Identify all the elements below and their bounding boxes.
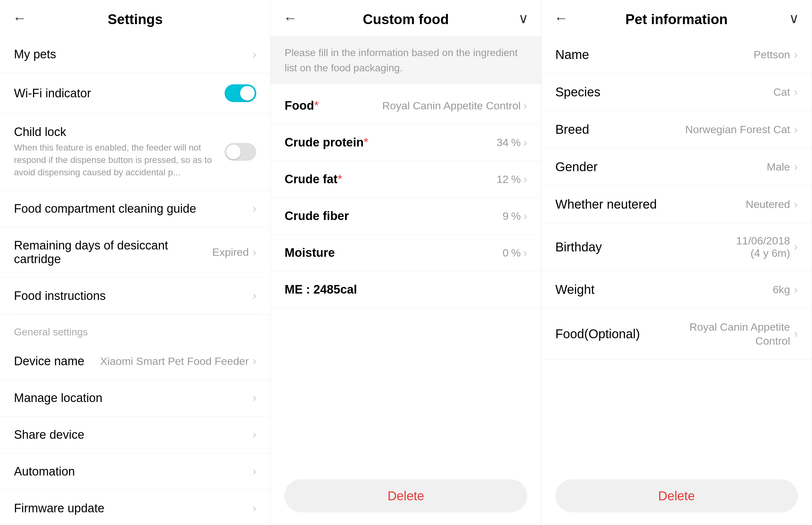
settings-item-device-name[interactable]: Device name Xiaomi Smart Pet Food Feeder… (0, 343, 270, 380)
custom-food-panel: ← Custom food ∨ Please fill in the infor… (270, 0, 541, 525)
desiccant-chevron: › (252, 246, 256, 259)
pet-neutered-value: Neutered (746, 198, 790, 210)
settings-item-wifi[interactable]: Wi-Fi indicator (0, 73, 270, 114)
child-lock-toggle[interactable] (224, 143, 256, 161)
manage-location-chevron: › (252, 391, 256, 405)
settings-panel: ← Settings My pets › Wi-Fi indicator (0, 0, 270, 525)
food-cleaning-label: Food compartment cleaning guide (14, 202, 252, 215)
pet-name-chevron: › (794, 48, 798, 61)
pet-food-optional-chevron: › (794, 327, 798, 341)
moisture-unit: % (511, 247, 520, 259)
pet-species-label: Species (556, 85, 601, 99)
my-pets-label: My pets (14, 47, 252, 61)
pet-info-header: ← Pet information ∨ (542, 0, 812, 36)
settings-item-my-pets[interactable]: My pets › (0, 36, 270, 73)
me-row: ME : 2485cal (270, 271, 541, 308)
pet-item-food-optional[interactable]: Food(Optional) Royal Canin Appetite Cont… (542, 309, 812, 360)
custom-food-banner: Please fill in the information based on … (270, 36, 541, 84)
crude-fat-unit: % (511, 173, 520, 185)
food-name-chevron: › (523, 99, 527, 112)
settings-content: My pets › Wi-Fi indicator Child lock Whe… (0, 36, 270, 525)
general-section-label: General settings (0, 315, 270, 343)
automation-chevron: › (252, 465, 256, 478)
pet-content: Name Pettson › Species Cat › Breed Norwe… (542, 36, 812, 467)
pet-breed-value: Norwegian Forest Cat (685, 122, 790, 136)
settings-item-food-cleaning[interactable]: Food compartment cleaning guide › (0, 191, 270, 227)
pet-item-gender[interactable]: Gender Male › (542, 148, 812, 186)
child-lock-label: Child lock (14, 125, 224, 139)
settings-item-automation[interactable]: Automation › (0, 453, 270, 490)
settings-item-food-instructions[interactable]: Food instructions › (0, 278, 270, 315)
pet-gender-label: Gender (556, 160, 597, 174)
settings-back-button[interactable]: ← (13, 10, 27, 26)
pet-item-weight[interactable]: Weight 6kg › (542, 271, 812, 309)
pet-gender-value: Male (767, 161, 790, 173)
pet-item-neutered[interactable]: Whether neutered Neutered › (542, 186, 812, 223)
food-name-value: Royal Canin Appetite Control (382, 100, 521, 112)
custom-food-delete-button[interactable]: Delete (284, 479, 527, 512)
pet-info-check-button[interactable]: ∨ (789, 10, 799, 26)
firmware-chevron: › (252, 501, 256, 515)
pet-info-delete-button[interactable]: Delete (556, 479, 798, 512)
device-name-label: Device name (14, 355, 100, 368)
food-content: Food* Royal Canin Appetite Control › Cru… (270, 88, 541, 467)
settings-header: ← Settings (0, 0, 270, 36)
pet-weight-label: Weight (556, 283, 595, 297)
settings-item-manage-location[interactable]: Manage location › (0, 380, 270, 417)
desiccant-label: Remaining days of desiccant cartridge (14, 239, 212, 266)
crude-protein-star: * (364, 136, 368, 149)
crude-fat-star: * (338, 172, 342, 186)
food-cleaning-chevron: › (252, 202, 256, 215)
child-lock-toggle-knob (226, 145, 241, 159)
food-instructions-chevron: › (252, 289, 256, 302)
pet-info-delete-container: Delete (542, 467, 812, 525)
firmware-label: Firmware update (14, 501, 252, 515)
custom-food-check-button[interactable]: ∨ (518, 10, 529, 26)
food-required-star: * (314, 99, 319, 112)
my-pets-chevron: › (252, 48, 256, 61)
pet-item-species[interactable]: Species Cat › (542, 74, 812, 111)
pet-gender-chevron: › (794, 161, 798, 174)
wifi-toggle[interactable] (224, 84, 256, 102)
child-lock-desc: When this feature is enabled, the feeder… (14, 141, 224, 179)
device-name-chevron: › (252, 355, 256, 368)
pet-info-back-button[interactable]: ← (554, 10, 568, 26)
crude-fiber-label: Crude fiber (284, 209, 349, 223)
pet-item-breed[interactable]: Breed Norwegian Forest Cat › (542, 111, 812, 148)
crude-fat-label: Crude fat* (284, 172, 342, 186)
crude-protein-chevron: › (523, 136, 527, 149)
pet-birthday-chevron: › (794, 240, 798, 254)
pet-food-optional-value: Royal Canin Appetite Control (669, 320, 790, 348)
food-item-crude-fat[interactable]: Crude fat* 12 % › (270, 161, 541, 198)
crude-fiber-value: 9 (503, 210, 509, 222)
food-name-label: Food* (284, 99, 319, 112)
automation-label: Automation (14, 465, 252, 478)
pet-species-value: Cat (773, 86, 790, 98)
pet-item-name[interactable]: Name Pettson › (542, 36, 812, 74)
settings-item-firmware[interactable]: Firmware update › (0, 490, 270, 525)
settings-title: Settings (107, 11, 163, 27)
pet-weight-value: 6kg (773, 283, 790, 296)
share-device-chevron: › (252, 428, 256, 441)
food-item-food-name[interactable]: Food* Royal Canin Appetite Control › (270, 88, 541, 124)
custom-food-title: Custom food (363, 11, 449, 27)
food-item-moisture[interactable]: Moisture 0 % › (270, 235, 541, 271)
pet-food-optional-label: Food(Optional) (556, 327, 640, 341)
settings-item-share-device[interactable]: Share device › (0, 417, 270, 453)
crude-fat-chevron: › (523, 173, 527, 186)
custom-food-header: ← Custom food ∨ (270, 0, 541, 36)
custom-food-back-button[interactable]: ← (283, 10, 297, 26)
food-item-crude-fiber[interactable]: Crude fiber 9 % › (270, 198, 541, 235)
banner-text: Please fill in the information based on … (284, 47, 518, 74)
settings-item-desiccant[interactable]: Remaining days of desiccant cartridge Ex… (0, 227, 270, 278)
food-item-crude-protein[interactable]: Crude protein* 34 % › (270, 124, 541, 161)
pet-item-birthday[interactable]: Birthday 11/06/2018 (4 y 6m) › (542, 223, 812, 271)
wifi-label: Wi-Fi indicator (14, 87, 224, 100)
crude-protein-unit: % (511, 136, 520, 149)
me-label: ME : 2485cal (284, 283, 357, 297)
crude-protein-label: Crude protein* (284, 136, 368, 149)
settings-item-child-lock[interactable]: Child lock When this feature is enabled,… (0, 114, 270, 191)
crude-fiber-chevron: › (523, 210, 527, 223)
pet-neutered-chevron: › (794, 198, 798, 211)
pet-birthday-value: 11/06/2018 (4 y 6m) (736, 235, 790, 259)
